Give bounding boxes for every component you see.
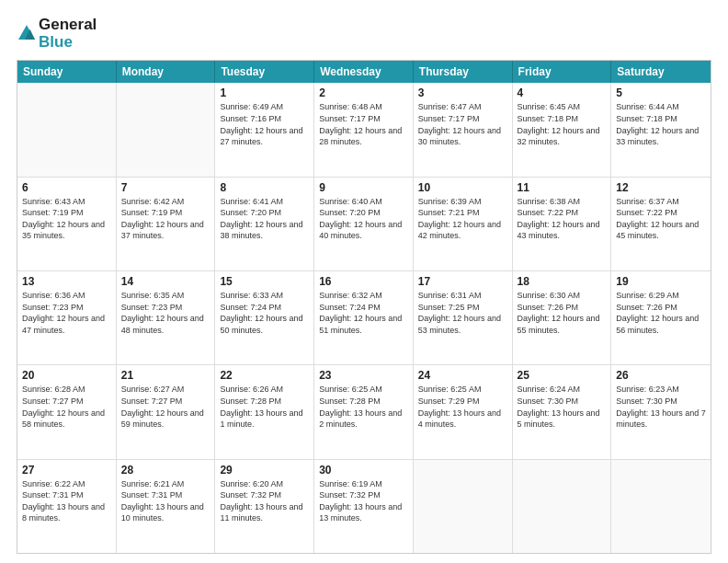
cell-info: Sunrise: 6:27 AMSunset: 7:27 PMDaylight:…	[121, 384, 210, 430]
logo: General Blue	[17, 17, 97, 51]
day-number: 21	[121, 369, 210, 382]
calendar-cell	[513, 460, 612, 553]
calendar-cell: 5Sunrise: 6:44 AMSunset: 7:18 PMDaylight…	[611, 83, 711, 176]
cell-info: Sunrise: 6:24 AMSunset: 7:30 PMDaylight:…	[518, 384, 607, 430]
cell-info: Sunrise: 6:38 AMSunset: 7:22 PMDaylight:…	[518, 196, 607, 242]
cell-info: Sunrise: 6:23 AMSunset: 7:30 PMDaylight:…	[616, 384, 706, 430]
day-number: 29	[220, 464, 309, 477]
day-number: 5	[616, 86, 706, 99]
cell-info: Sunrise: 6:26 AMSunset: 7:28 PMDaylight:…	[220, 384, 309, 430]
calendar-cell: 21Sunrise: 6:27 AMSunset: 7:27 PMDayligh…	[117, 365, 216, 458]
calendar-cell: 22Sunrise: 6:26 AMSunset: 7:28 PMDayligh…	[215, 365, 314, 458]
cell-info: Sunrise: 6:28 AMSunset: 7:27 PMDaylight:…	[22, 384, 111, 430]
day-header-tuesday: Tuesday	[215, 61, 314, 83]
cell-info: Sunrise: 6:32 AMSunset: 7:24 PMDaylight:…	[319, 290, 408, 336]
calendar-row-1: 1Sunrise: 6:49 AMSunset: 7:16 PMDaylight…	[17, 83, 711, 176]
calendar-cell: 15Sunrise: 6:33 AMSunset: 7:24 PMDayligh…	[215, 271, 314, 364]
day-number: 16	[319, 275, 408, 288]
calendar-cell	[611, 460, 711, 553]
day-number: 9	[319, 181, 408, 194]
calendar-cell: 14Sunrise: 6:35 AMSunset: 7:23 PMDayligh…	[117, 271, 216, 364]
day-header-thursday: Thursday	[414, 61, 513, 83]
day-number: 22	[220, 369, 309, 382]
day-number: 27	[22, 464, 111, 477]
cell-info: Sunrise: 6:44 AMSunset: 7:18 PMDaylight:…	[616, 101, 706, 147]
cell-info: Sunrise: 6:39 AMSunset: 7:21 PMDaylight:…	[418, 196, 507, 242]
calendar-cell: 18Sunrise: 6:30 AMSunset: 7:26 PMDayligh…	[513, 271, 612, 364]
calendar-cell: 1Sunrise: 6:49 AMSunset: 7:16 PMDaylight…	[215, 83, 314, 176]
day-number: 20	[22, 369, 111, 382]
calendar-cell: 16Sunrise: 6:32 AMSunset: 7:24 PMDayligh…	[314, 271, 414, 364]
calendar-cell	[17, 83, 117, 176]
day-number: 4	[518, 86, 607, 99]
calendar-cell: 19Sunrise: 6:29 AMSunset: 7:26 PMDayligh…	[611, 271, 711, 364]
calendar-cell: 24Sunrise: 6:25 AMSunset: 7:29 PMDayligh…	[414, 365, 513, 458]
day-number: 1	[220, 86, 309, 99]
cell-info: Sunrise: 6:33 AMSunset: 7:24 PMDaylight:…	[220, 290, 309, 336]
calendar-cell: 7Sunrise: 6:42 AMSunset: 7:19 PMDaylight…	[117, 178, 216, 270]
cell-info: Sunrise: 6:20 AMSunset: 7:32 PMDaylight:…	[220, 478, 309, 524]
calendar-cell: 25Sunrise: 6:24 AMSunset: 7:30 PMDayligh…	[513, 365, 612, 458]
cell-info: Sunrise: 6:37 AMSunset: 7:22 PMDaylight:…	[616, 196, 706, 242]
day-number: 18	[518, 275, 607, 288]
cell-info: Sunrise: 6:41 AMSunset: 7:20 PMDaylight:…	[220, 196, 309, 242]
calendar-cell: 20Sunrise: 6:28 AMSunset: 7:27 PMDayligh…	[17, 365, 117, 458]
page: General Blue SundayMondayTuesdayWednesda…	[0, 0, 728, 563]
day-number: 12	[616, 181, 706, 194]
day-number: 15	[220, 275, 309, 288]
cell-info: Sunrise: 6:43 AMSunset: 7:19 PMDaylight:…	[22, 196, 111, 242]
calendar-cell: 28Sunrise: 6:21 AMSunset: 7:31 PMDayligh…	[117, 460, 216, 553]
day-header-wednesday: Wednesday	[314, 61, 414, 83]
calendar-cell: 10Sunrise: 6:39 AMSunset: 7:21 PMDayligh…	[414, 178, 513, 270]
calendar-cell: 13Sunrise: 6:36 AMSunset: 7:23 PMDayligh…	[17, 271, 117, 364]
day-header-saturday: Saturday	[611, 61, 711, 83]
calendar-cell: 6Sunrise: 6:43 AMSunset: 7:19 PMDaylight…	[17, 178, 117, 270]
day-number: 7	[121, 181, 210, 194]
cell-info: Sunrise: 6:30 AMSunset: 7:26 PMDaylight:…	[518, 290, 607, 336]
calendar-row-2: 6Sunrise: 6:43 AMSunset: 7:19 PMDaylight…	[17, 177, 711, 270]
calendar-row-3: 13Sunrise: 6:36 AMSunset: 7:23 PMDayligh…	[17, 270, 711, 364]
logo-line1: General	[39, 17, 97, 34]
day-number: 8	[220, 181, 309, 194]
cell-info: Sunrise: 6:48 AMSunset: 7:17 PMDaylight:…	[319, 101, 408, 147]
calendar-cell: 4Sunrise: 6:45 AMSunset: 7:18 PMDaylight…	[513, 83, 612, 176]
cell-info: Sunrise: 6:22 AMSunset: 7:31 PMDaylight:…	[22, 478, 111, 524]
logo-icon	[18, 24, 35, 40]
cell-info: Sunrise: 6:25 AMSunset: 7:28 PMDaylight:…	[319, 384, 408, 430]
cell-info: Sunrise: 6:36 AMSunset: 7:23 PMDaylight:…	[22, 290, 111, 336]
cell-info: Sunrise: 6:35 AMSunset: 7:23 PMDaylight:…	[121, 290, 210, 336]
cell-info: Sunrise: 6:47 AMSunset: 7:17 PMDaylight:…	[418, 101, 507, 147]
calendar-cell: 3Sunrise: 6:47 AMSunset: 7:17 PMDaylight…	[414, 83, 513, 176]
cell-info: Sunrise: 6:19 AMSunset: 7:32 PMDaylight:…	[319, 478, 408, 524]
cell-info: Sunrise: 6:42 AMSunset: 7:19 PMDaylight:…	[121, 196, 210, 242]
day-header-friday: Friday	[513, 61, 612, 83]
day-number: 11	[518, 181, 607, 194]
cell-info: Sunrise: 6:40 AMSunset: 7:20 PMDaylight:…	[319, 196, 408, 242]
day-number: 23	[319, 369, 408, 382]
day-number: 25	[518, 369, 607, 382]
cell-info: Sunrise: 6:31 AMSunset: 7:25 PMDaylight:…	[418, 290, 507, 336]
calendar-cell: 27Sunrise: 6:22 AMSunset: 7:31 PMDayligh…	[17, 460, 117, 553]
calendar-cell: 2Sunrise: 6:48 AMSunset: 7:17 PMDaylight…	[314, 83, 414, 176]
day-number: 17	[418, 275, 507, 288]
logo-line2: Blue	[39, 34, 97, 52]
cell-info: Sunrise: 6:49 AMSunset: 7:16 PMDaylight:…	[220, 101, 309, 147]
cell-info: Sunrise: 6:21 AMSunset: 7:31 PMDaylight:…	[121, 478, 210, 524]
day-number: 3	[418, 86, 507, 99]
calendar-cell: 8Sunrise: 6:41 AMSunset: 7:20 PMDaylight…	[215, 178, 314, 270]
day-header-sunday: Sunday	[17, 61, 117, 83]
calendar-cell: 11Sunrise: 6:38 AMSunset: 7:22 PMDayligh…	[513, 178, 612, 270]
calendar-cell: 30Sunrise: 6:19 AMSunset: 7:32 PMDayligh…	[314, 460, 414, 553]
day-number: 6	[22, 181, 111, 194]
calendar-body: 1Sunrise: 6:49 AMSunset: 7:16 PMDaylight…	[17, 83, 711, 553]
day-number: 14	[121, 275, 210, 288]
day-number: 28	[121, 464, 210, 477]
calendar-cell: 12Sunrise: 6:37 AMSunset: 7:22 PMDayligh…	[611, 178, 711, 270]
calendar-cell: 26Sunrise: 6:23 AMSunset: 7:30 PMDayligh…	[611, 365, 711, 458]
day-number: 30	[319, 464, 408, 477]
day-number: 10	[418, 181, 507, 194]
day-number: 24	[418, 369, 507, 382]
cell-info: Sunrise: 6:45 AMSunset: 7:18 PMDaylight:…	[518, 101, 607, 147]
day-number: 19	[616, 275, 706, 288]
calendar-cell: 9Sunrise: 6:40 AMSunset: 7:20 PMDaylight…	[314, 178, 414, 270]
